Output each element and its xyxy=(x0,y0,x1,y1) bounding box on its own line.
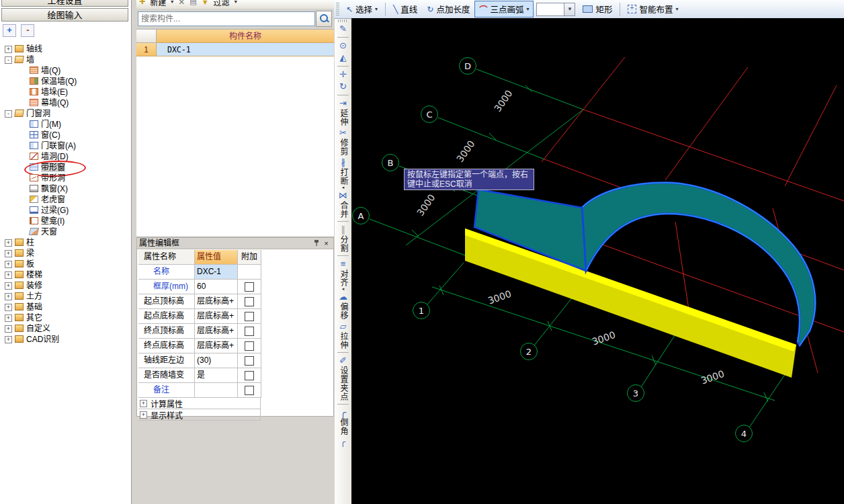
tree-item[interactable]: 天窗 xyxy=(0,226,131,237)
chamfer-tool[interactable]: ╭倒角 xyxy=(339,407,347,435)
tree-item[interactable]: +楼梯 xyxy=(0,269,131,280)
expand-icon[interactable]: + xyxy=(140,400,147,407)
close-icon[interactable]: × xyxy=(321,239,331,249)
tree-item-label[interactable]: 壁龛(I) xyxy=(41,216,65,226)
arc-style-combobox[interactable]: ▼ xyxy=(536,3,575,16)
search-input[interactable] xyxy=(138,11,315,26)
tree-item-label[interactable]: 幕墙(Q) xyxy=(41,98,69,108)
new-component-button[interactable]: 新建 xyxy=(150,0,166,7)
component-row[interactable]: 1DXC-1 xyxy=(136,43,334,56)
tree-item[interactable]: +其它 xyxy=(0,312,131,323)
tree-item-label[interactable]: 楼梯 xyxy=(26,270,42,280)
tool-three-point-arc[interactable]: ⌒三点画弧▾ xyxy=(474,1,534,17)
property-value[interactable]: 层底标高+ xyxy=(195,309,238,323)
tree-item-label[interactable]: 墙洞(D) xyxy=(41,152,69,161)
tree-item-label[interactable]: 墙 xyxy=(26,55,34,65)
expand-icon[interactable]: + xyxy=(5,282,12,290)
tree-item-label[interactable]: 板 xyxy=(26,259,34,269)
filter-funnel-icon[interactable]: ▼ xyxy=(202,0,209,6)
tree-item[interactable]: -墙 xyxy=(0,54,131,65)
expand-icon[interactable]: + xyxy=(5,261,12,268)
property-value[interactable]: 层底标高+ xyxy=(195,294,238,308)
merge-tool[interactable]: ⋈合并 xyxy=(339,190,347,218)
tree-item[interactable]: 老虎窗 xyxy=(0,194,131,205)
move-tool[interactable]: ✛ xyxy=(339,69,347,80)
tree-item-label[interactable]: 柱 xyxy=(26,238,34,247)
tree-item-label[interactable]: 过梁(G) xyxy=(41,206,69,215)
expand-icon[interactable]: + xyxy=(5,325,12,333)
tree-item[interactable]: +梁 xyxy=(0,248,131,259)
tree-item[interactable]: 墙(Q) xyxy=(0,65,131,76)
chevron-down-icon[interactable]: ▾ xyxy=(235,0,237,5)
tree-item-label[interactable]: 飘窗(X) xyxy=(41,184,68,194)
tree-item[interactable]: 保温墙(Q) xyxy=(0,76,131,87)
tree-item[interactable]: 墙洞(D) xyxy=(0,151,131,162)
tree-item-label[interactable]: CAD识别 xyxy=(26,335,59,344)
tree-item[interactable]: 壁龛(I) xyxy=(0,216,131,226)
filter-button[interactable]: 过滤 xyxy=(214,0,230,7)
tree-item[interactable]: 带形窗 xyxy=(0,162,131,173)
tree-item-label[interactable]: 自定义 xyxy=(26,324,50,333)
mirror-tool[interactable]: ◭ xyxy=(340,52,347,63)
chevron-down-icon[interactable]: ▾ xyxy=(526,6,529,12)
tree-item[interactable]: 飘窗(X) xyxy=(0,183,131,194)
trim-tool[interactable]: ✂修剪 xyxy=(339,128,347,156)
snap-tool[interactable]: ⊙ xyxy=(339,40,347,51)
toolbar-drag-handle[interactable] xyxy=(338,19,348,22)
delete-component-button[interactable]: ✕ xyxy=(178,0,185,7)
wall-top-face[interactable] xyxy=(465,228,796,351)
tree-item[interactable]: 门联窗(A) xyxy=(0,140,131,151)
tree-item[interactable]: +轴线 xyxy=(0,44,131,54)
tree-item[interactable]: 幕墙(Q) xyxy=(0,97,131,108)
checkbox[interactable] xyxy=(245,312,254,321)
checkbox[interactable] xyxy=(245,341,254,351)
tree-item[interactable]: +自定义 xyxy=(0,323,131,334)
property-value[interactable]: DXC-1 xyxy=(195,265,238,279)
extend-tool[interactable]: ⇥延伸 xyxy=(339,98,347,126)
checkbox[interactable] xyxy=(245,327,254,336)
tree-item-label[interactable]: 保温墙(Q) xyxy=(41,77,77,86)
copy-component-icon[interactable]: ▤ xyxy=(189,0,196,6)
tool-point-length[interactable]: ↻点加长度 xyxy=(422,1,474,17)
expand-icon[interactable]: + xyxy=(5,304,12,311)
stretch-tool[interactable]: ▱拉伸 xyxy=(339,321,347,349)
grip-tool[interactable]: ✐设置夹点 xyxy=(339,355,347,401)
tree-item-label[interactable]: 带形窗 xyxy=(41,163,65,172)
tree-item[interactable]: 过梁(G) xyxy=(0,205,131,216)
tool-cursor[interactable]: ↖选择▾ xyxy=(341,1,382,17)
collapse-icon[interactable]: - xyxy=(5,110,12,118)
tool-smart-layout[interactable]: 智能布置▾ xyxy=(623,1,683,17)
tree-item-label[interactable]: 天窗 xyxy=(41,227,57,237)
model-viewport[interactable]: DCBA1234 300030003000300030003000 按鼠标左键指… xyxy=(351,18,844,504)
checkbox[interactable] xyxy=(245,297,254,306)
pin-icon[interactable] xyxy=(311,239,321,249)
expand-icon[interactable]: + xyxy=(5,314,12,322)
arc2-tool[interactable]: ╭ xyxy=(341,437,346,448)
offset-tool[interactable]: ☁偏移 xyxy=(339,292,347,320)
tree-item[interactable]: +基础 xyxy=(0,302,131,312)
expand-icon[interactable]: + xyxy=(5,336,12,343)
chevron-down-icon[interactable]: ▼ xyxy=(564,3,575,15)
tree-item-label[interactable]: 门联窗(A) xyxy=(41,141,76,151)
chevron-down-icon[interactable]: ▾ xyxy=(375,6,378,12)
checkbox[interactable] xyxy=(245,356,254,366)
tree-item-label[interactable]: 墙(Q) xyxy=(41,66,60,75)
checkbox[interactable] xyxy=(245,371,254,380)
tree-item-label[interactable]: 窗(C) xyxy=(41,130,60,140)
tree-item[interactable]: +CAD识别 xyxy=(0,334,131,345)
tree-item[interactable]: -门窗洞 xyxy=(0,108,131,119)
flyout-arrow-icon[interactable]: ◂ xyxy=(342,185,345,189)
tree-item[interactable]: 门(M) xyxy=(0,119,131,130)
property-value[interactable]: 层底标高+ xyxy=(195,339,238,353)
checkbox[interactable] xyxy=(245,282,254,292)
tree-item-label[interactable]: 其它 xyxy=(26,313,42,323)
property-value[interactable]: 层底标高+ xyxy=(195,324,238,338)
tree-item[interactable]: 墙垛(E) xyxy=(0,87,131,97)
expand-icon[interactable]: + xyxy=(5,250,12,257)
component-name-cell[interactable]: DXC-1 xyxy=(157,43,334,56)
expand-icon[interactable]: + xyxy=(5,239,12,247)
collapse-all-button[interactable]: - xyxy=(21,24,34,37)
expand-icon[interactable]: + xyxy=(140,411,147,419)
tree-item-label[interactable]: 门(M) xyxy=(41,120,61,129)
toolbar-drag-handle[interactable] xyxy=(336,3,339,16)
